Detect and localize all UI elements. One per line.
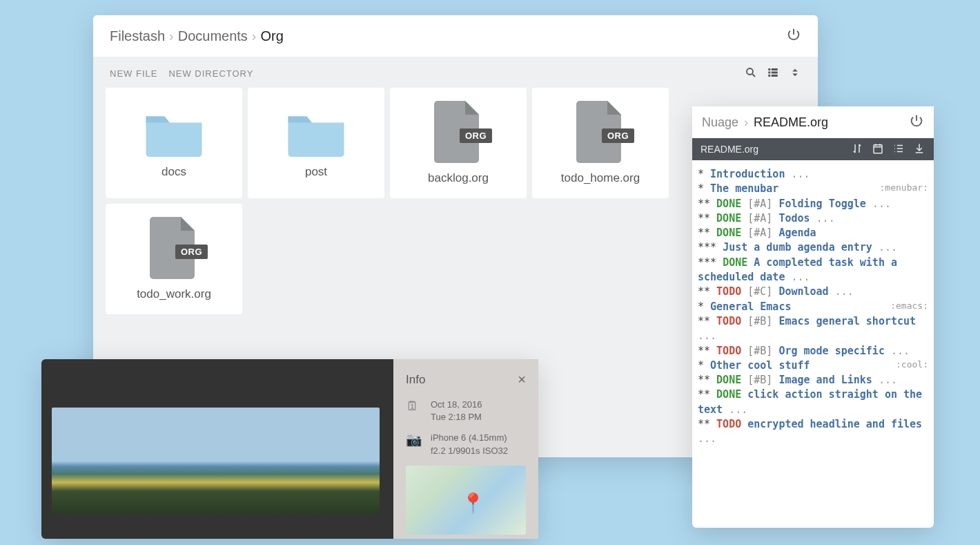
editor-tab[interactable]: README.org bbox=[700, 144, 758, 155]
folder-tile[interactable]: docs bbox=[106, 88, 242, 198]
file-tile[interactable]: ORGbacklog.org bbox=[390, 88, 527, 198]
photo-info-panel: Info × 🗓 Oct 18, 2016 Tue 2:18 PM 📷 iPho… bbox=[393, 359, 538, 539]
tile-label: backlog.org bbox=[428, 171, 489, 185]
org-headline[interactable]: ** DONE click action straight on the tex… bbox=[698, 388, 928, 417]
sort-icon[interactable] bbox=[851, 142, 863, 157]
org-headline[interactable]: * Other cool stuff:cool: bbox=[698, 358, 928, 373]
breadcrumb-current: README.org bbox=[754, 115, 828, 130]
calendar-icon: 🗓 bbox=[406, 399, 422, 423]
org-headline[interactable]: * Introduction ... bbox=[698, 167, 928, 182]
tile-label: todo_home.org bbox=[561, 171, 640, 185]
svg-rect-3 bbox=[768, 72, 770, 74]
org-headline[interactable]: ** TODO [#C] Download ... bbox=[698, 285, 928, 299]
chevron-right-icon: › bbox=[744, 115, 748, 130]
photo-map[interactable]: 📍 bbox=[406, 466, 526, 535]
breadcrumb-current: Org bbox=[261, 28, 284, 44]
file-tile[interactable]: ORGtodo_home.org bbox=[532, 88, 669, 198]
chevron-right-icon: › bbox=[169, 28, 174, 44]
folder-tile[interactable]: post bbox=[248, 88, 384, 198]
breadcrumb-item[interactable]: Filestash bbox=[110, 28, 165, 44]
close-icon[interactable]: × bbox=[518, 372, 526, 388]
file-tile[interactable]: ORGtodo_work.org bbox=[106, 204, 242, 314]
svg-rect-6 bbox=[772, 75, 778, 77]
info-panel-title: Info bbox=[406, 373, 425, 387]
photo-camera: iPhone 6 (4.15mm) bbox=[431, 432, 508, 444]
breadcrumb: Filestash › Documents › Org bbox=[110, 28, 284, 44]
editor-content[interactable]: * Introduction ...* The menubar:menubar:… bbox=[692, 160, 934, 454]
power-icon[interactable] bbox=[786, 27, 801, 45]
new-directory-button[interactable]: NEW DIRECTORY bbox=[168, 68, 253, 79]
org-headline[interactable]: ** TODO encrypted headline and files ... bbox=[698, 417, 928, 447]
photo-image[interactable] bbox=[52, 408, 380, 515]
new-file-button[interactable]: NEW FILE bbox=[110, 68, 157, 79]
list-view-icon[interactable] bbox=[767, 66, 779, 81]
org-headline[interactable]: * General Emacs:emacs: bbox=[698, 300, 928, 314]
svg-rect-5 bbox=[768, 75, 770, 77]
org-headline[interactable]: * The menubar:menubar: bbox=[698, 182, 928, 196]
org-headline[interactable]: ** TODO [#B] Org mode specific ... bbox=[698, 344, 928, 358]
map-pin-icon: 📍 bbox=[461, 492, 485, 515]
photo-time: Tue 2:18 PM bbox=[431, 411, 482, 423]
org-headline[interactable]: ** DONE [#A] Folding Toggle ... bbox=[698, 197, 928, 211]
svg-rect-4 bbox=[772, 72, 778, 74]
editor-tabbar: README.org bbox=[692, 138, 934, 160]
camera-icon: 📷 bbox=[406, 432, 422, 457]
svg-rect-2 bbox=[772, 68, 778, 70]
editor-header: Nuage › README.org bbox=[692, 106, 934, 138]
power-icon[interactable] bbox=[909, 113, 924, 132]
photo-exposure: f2.2 1/9901s ISO32 bbox=[431, 445, 508, 457]
file-browser-toolbar: NEW FILE NEW DIRECTORY bbox=[93, 57, 818, 88]
tile-label: post bbox=[305, 165, 327, 179]
org-headline[interactable]: ** DONE [#B] Image and Links ... bbox=[698, 373, 928, 388]
photo-viewer-window: Info × 🗓 Oct 18, 2016 Tue 2:18 PM 📷 iPho… bbox=[41, 359, 538, 539]
tile-label: docs bbox=[161, 165, 186, 179]
chevron-right-icon: › bbox=[252, 28, 257, 44]
sort-icon[interactable] bbox=[789, 66, 801, 81]
svg-rect-7 bbox=[874, 144, 882, 153]
file-browser-header: Filestash › Documents › Org bbox=[93, 15, 818, 57]
editor-window: Nuage › README.org README.org * Introduc… bbox=[692, 106, 934, 528]
search-icon[interactable] bbox=[745, 66, 757, 81]
download-icon[interactable] bbox=[913, 142, 925, 157]
breadcrumb-item[interactable]: Documents bbox=[178, 28, 248, 44]
org-headline[interactable]: ** TODO [#B] Emacs general shortcut ... bbox=[698, 314, 928, 344]
list-icon[interactable] bbox=[892, 142, 905, 157]
org-headline[interactable]: *** DONE A completed task with a schedul… bbox=[698, 256, 928, 285]
svg-point-0 bbox=[747, 68, 753, 75]
org-headline[interactable]: ** DONE [#A] Agenda bbox=[698, 226, 928, 240]
org-headline[interactable]: ** DONE [#A] Todos ... bbox=[698, 211, 928, 226]
org-headline[interactable]: *** Just a dumb agenda entry ... bbox=[698, 240, 928, 255]
breadcrumb-item[interactable]: Nuage bbox=[702, 115, 738, 130]
tile-label: todo_work.org bbox=[137, 287, 211, 301]
svg-rect-1 bbox=[768, 68, 770, 70]
calendar-icon[interactable] bbox=[872, 142, 884, 157]
photo-date: Oct 18, 2016 bbox=[431, 399, 482, 411]
